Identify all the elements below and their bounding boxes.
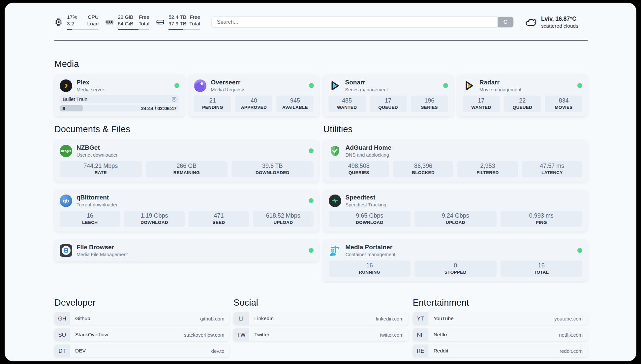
online-status-dot [174,83,179,88]
app-title: NZBGet [76,144,118,151]
cpu-load-value: 3.2 [67,20,77,27]
app-title: Plex [76,79,104,86]
app-card-qbittorrent[interactable]: qb qBittorrent Torrent downloader 16 LEE… [54,190,319,231]
stat-movies: 834 MOVIES [545,96,582,112]
stat-download: 1.19 Gbps DOWNLOAD [124,211,184,227]
memory-free-value: 22 GiB [118,14,133,20]
now-playing-title: Bullet Train [63,96,87,102]
storage-free-label: Free [189,14,200,20]
online-status-dot [309,198,314,203]
memory-metric: 22 GiB 64 GiB Free Total [105,14,149,30]
app-subtitle: Media Requests [211,87,245,92]
bookmark-netflix[interactable]: NF Netflix netflix.com [413,328,588,341]
overseerr-icon [194,79,206,92]
app-card-portainer[interactable]: Media Portainer Container management 16 … [323,239,588,281]
bookmark-reddit[interactable]: RE Reddit reddit.com [413,345,588,357]
stat-total: 16 TOTAL [501,260,583,277]
online-status-dot [443,83,448,88]
app-card-nzbget[interactable]: nzbget NZBGet Usenet downloader 744.21 M… [54,140,319,182]
stat-queued: 17 QUEUED [370,96,407,112]
search-engine-button[interactable]: G [498,17,513,27]
adguard-icon [329,145,341,157]
app-title: Speedtest [346,194,386,201]
stat-blocked: 86,396 BLOCKED [393,161,453,177]
bookmark-name: Reddit [434,348,448,354]
search-input[interactable] [211,16,514,28]
cpu-usage-label: CPU [87,14,99,20]
bookmark-twitter[interactable]: TW Twitter twitter.com [233,328,408,341]
now-playing-row: Bullet Train [60,95,179,103]
app-subtitle: Series management [345,87,388,92]
bookmark-stackoverflow[interactable]: SO StackOverflow stackoverflow.com [54,328,229,341]
stat-download: 9.65 Gbps DOWNLOAD [329,211,411,227]
app-card-speedtest[interactable]: Speedtest Speedtest Tracking 9.65 Gbps D… [323,190,588,231]
cpu-progress-fill [67,29,72,30]
app-title: Media Portainer [346,244,396,251]
hard-drive-icon [156,18,165,26]
cpu-progress-bar [67,29,99,30]
header-divider [54,40,588,41]
stat-pending: 21 PENDING [194,96,231,112]
search-bar: G [211,16,514,28]
stat-stopped: 0 STOPPED [414,260,497,277]
bookmark-group-developer: Developer GH Github github.com SO StackO… [54,298,229,357]
bookmark-linkedin[interactable]: LI LinkedIn linkedin.com [233,312,408,325]
speedtest-icon [329,195,341,207]
bookmark-name: YouTube [434,316,454,321]
section-title-developer: Developer [54,298,229,308]
section-title-social: Social [233,298,408,308]
app-subtitle: Container management [346,252,396,257]
stop-icon[interactable] [172,97,176,102]
weather-widget: Lviv, 16.87°C scattered clouds [525,15,588,29]
stat-upload: 9.24 Gbps UPLOAD [414,211,497,227]
stat-approved: 40 APPROVED [235,96,272,112]
bookmark-abbr: NF [413,328,428,341]
stat-queries: 498,508 QUERIES [329,161,389,177]
bookmark-dev[interactable]: DT DEV dev.to [54,345,229,357]
app-title: Radarr [479,79,521,86]
app-card-overseerr[interactable]: Overseerr Media Requests 21 PENDING 40 A… [189,75,319,116]
stat-ping: 0.993 ms PING [501,211,583,227]
stat-running: 16 RUNNING [329,260,411,277]
bookmark-url: netflix.com [559,332,583,338]
bookmark-github[interactable]: GH Github github.com [54,312,229,325]
playback-time: 24:44 / 02:06:47 [141,106,176,111]
weather-location-temp: Lviv, 16.87°C [541,15,578,22]
bookmark-url: dev.to [211,348,225,354]
ram-icon [105,18,114,26]
online-status-dot [309,83,314,88]
portainer-icon [329,244,341,257]
app-title: qBittorrent [76,194,117,201]
stat-downloaded: 39.6 TB DOWNLOADED [231,161,314,177]
app-card-filebrowser[interactable]: File Browser Media File Management [54,239,319,261]
pause-icon[interactable] [63,107,65,110]
stat-queued: 22 QUEUED [504,96,541,112]
bookmark-url: youtube.com [554,316,583,321]
app-card-radarr[interactable]: Radarr Movie management 17 WANTED 22 QUE… [457,75,588,116]
filebrowser-icon [60,244,72,257]
stat-leech: 16 LEECH [60,211,120,227]
documents-column: Documents & Files nzbget NZBGet Usenet d… [54,124,319,281]
app-subtitle: Usenet downloader [76,152,118,158]
plex-icon [60,79,72,92]
bookmark-name: Github [75,316,90,321]
cpu-usage-value: 17% [67,14,77,20]
app-card-adguard[interactable]: AdGuard Home DNS and adblocking 498,508 … [323,140,588,182]
storage-free-value: 52.4 TB [168,14,186,20]
bookmark-abbr: LI [233,312,249,325]
bookmark-url: twitter.com [380,332,404,338]
memory-total-label: Total [138,20,149,27]
media-cards: Plex Media server Bullet Train 24:44 / 0… [54,75,588,116]
section-title-documents: Documents & Files [54,124,319,135]
online-status-dot [577,83,582,88]
nzbget-icon: nzbget [60,145,72,157]
bookmark-name: Twitter [254,332,269,338]
bookmark-abbr: SO [54,328,70,341]
storage-total-label: Total [189,20,200,27]
utilities-column: Utilities [323,124,588,281]
bookmarks-section: Developer GH Github github.com SO StackO… [54,298,588,357]
app-card-sonarr[interactable]: Sonarr Series management 485 WANTED 17 Q… [323,75,453,116]
bookmark-youtube[interactable]: YT YouTube youtube.com [413,312,588,325]
app-card-plex[interactable]: Plex Media server Bullet Train 24:44 / 0… [54,75,185,116]
storage-total-value: 97.9 TB [168,20,186,27]
